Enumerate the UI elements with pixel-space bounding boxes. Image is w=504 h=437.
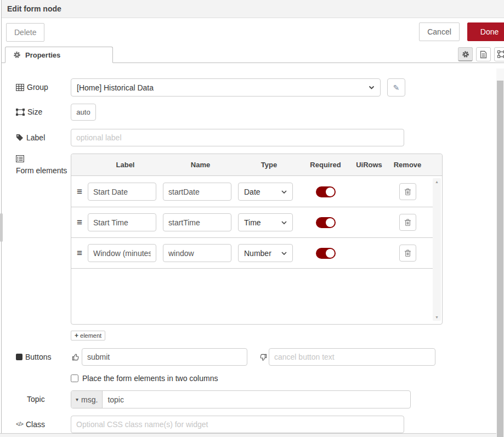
object-group-icon xyxy=(16,109,25,116)
cancel-button-text-input[interactable] xyxy=(269,348,435,366)
filled-square-icon xyxy=(16,354,22,360)
group-select[interactable]: [Home] Historical Data xyxy=(71,78,381,97)
edit-tray: Edit form node Delete Cancel Done Proper… xyxy=(1,0,504,437)
required-toggle[interactable] xyxy=(316,217,336,228)
edit-form-node-dialog: { "dialog": { "title": "Edit form node",… xyxy=(0,0,504,437)
caret-down-icon: ▾ xyxy=(76,396,78,402)
dialog-toolbar: Delete Cancel Done xyxy=(2,18,504,47)
form-elements-table-header: Label Name Type Required UiRows Remove xyxy=(71,154,442,176)
form-elements-row: Form elements Label Name Type Required U… xyxy=(16,154,504,325)
column-header-required: Required xyxy=(300,161,351,169)
buttons-row: Buttons xyxy=(16,348,504,366)
element-label-input[interactable] xyxy=(88,244,156,262)
scroll-up-icon[interactable]: ▲ xyxy=(435,180,439,184)
column-header-remove: Remove xyxy=(387,161,428,169)
form-elements-label: Form elements xyxy=(16,154,71,176)
scrollbar-thumb[interactable] xyxy=(497,81,503,437)
editor-tab-buttons xyxy=(458,47,504,61)
column-header-type: Type xyxy=(238,161,300,169)
element-name-input[interactable] xyxy=(163,213,231,231)
appearance-icon xyxy=(497,50,504,58)
element-type-select[interactable]: Date xyxy=(238,183,293,201)
class-input[interactable] xyxy=(71,416,404,433)
element-label-input[interactable] xyxy=(88,213,156,231)
trash-icon xyxy=(404,249,411,257)
properties-tab-button[interactable] xyxy=(458,47,473,61)
required-toggle[interactable] xyxy=(316,248,336,259)
chevron-down-icon xyxy=(281,190,287,194)
delete-button[interactable]: Delete xyxy=(6,23,44,42)
topic-row: Topic ▾ msg. topic xyxy=(16,390,504,408)
dialog-title: Edit form node xyxy=(7,4,61,13)
remove-element-button[interactable] xyxy=(399,214,416,231)
tag-icon xyxy=(16,134,24,141)
column-header-name: Name xyxy=(163,161,238,169)
form-element-row: ≡ Time xyxy=(71,207,434,238)
chevron-down-icon xyxy=(281,252,287,255)
two-columns-option: Place the form elements in two columns xyxy=(71,374,504,383)
form-elements-list: ≡ Date xyxy=(71,177,434,324)
two-columns-checkbox[interactable] xyxy=(71,374,78,382)
tasks-icon xyxy=(16,396,24,403)
list-icon xyxy=(16,155,24,162)
thumbs-up-icon xyxy=(71,353,81,361)
remove-element-button[interactable] xyxy=(399,183,416,200)
tray-resize-grip[interactable] xyxy=(0,213,3,242)
trash-icon xyxy=(404,188,411,196)
two-columns-label: Place the form elements in two columns xyxy=(82,374,218,383)
cancel-button[interactable]: Cancel xyxy=(419,22,460,41)
group-row: Group [Home] Historical Data ✎ xyxy=(16,78,504,97)
plus-icon: + xyxy=(75,332,78,339)
tab-properties[interactable]: Properties xyxy=(5,47,113,63)
group-field-label: Group xyxy=(16,82,71,93)
bottom-divider xyxy=(0,433,504,437)
table-scrollbar[interactable]: ▲ ▼ xyxy=(433,178,441,321)
pencil-icon: ✎ xyxy=(393,83,400,92)
drag-handle-icon[interactable]: ≡ xyxy=(71,218,88,227)
topic-value[interactable]: topic xyxy=(103,395,124,404)
submit-button-text-input[interactable] xyxy=(82,348,247,366)
size-auto-button[interactable]: auto xyxy=(71,104,96,121)
required-toggle[interactable] xyxy=(316,186,336,197)
msg-type-button[interactable]: ▾ msg. xyxy=(71,391,103,408)
document-icon xyxy=(480,50,487,59)
trash-icon xyxy=(404,219,411,226)
class-row: </> Class xyxy=(16,416,504,433)
element-label-input[interactable] xyxy=(88,183,156,201)
element-type-select[interactable]: Number xyxy=(238,244,293,262)
group-select-value: [Home] Historical Data xyxy=(77,83,154,92)
appearance-tab-button[interactable] xyxy=(494,47,504,61)
column-header-uirows: UiRows xyxy=(351,161,387,169)
label-field-label: Label xyxy=(16,132,71,143)
scroll-down-icon[interactable]: ▼ xyxy=(435,315,439,319)
remove-element-button[interactable] xyxy=(399,245,416,262)
buttons-field-label: Buttons xyxy=(16,351,71,362)
editor-tabbar: Properties xyxy=(2,47,504,63)
size-row: Size auto xyxy=(16,104,504,121)
dialog-header: Edit form node xyxy=(2,0,504,18)
description-tab-button[interactable] xyxy=(476,47,491,61)
tab-properties-label: Properties xyxy=(25,51,60,59)
drag-handle-icon[interactable]: ≡ xyxy=(71,248,88,258)
gear-icon xyxy=(13,51,21,59)
properties-panel: Group [Home] Historical Data ✎ Size au xyxy=(2,64,504,437)
chevron-down-icon xyxy=(281,221,287,224)
add-element-button[interactable]: + element xyxy=(71,331,105,340)
column-header-label: Label xyxy=(88,161,163,169)
topic-typed-input: ▾ msg. topic xyxy=(71,390,411,408)
element-type-select[interactable]: Time xyxy=(238,213,293,231)
class-field-label: </> Class xyxy=(16,419,71,430)
edit-group-button[interactable]: ✎ xyxy=(387,78,405,97)
code-icon: </> xyxy=(16,420,23,429)
form-element-row: ≡ Number xyxy=(71,238,434,269)
form-element-row: ≡ Date xyxy=(71,177,434,207)
element-name-input[interactable] xyxy=(163,244,231,262)
chevron-down-icon xyxy=(369,86,375,89)
done-button[interactable]: Done xyxy=(467,22,504,41)
page-scrollbar[interactable] xyxy=(496,69,504,437)
drag-handle-icon[interactable]: ≡ xyxy=(71,187,88,196)
element-name-input[interactable] xyxy=(163,183,231,201)
label-input[interactable] xyxy=(71,129,404,146)
topic-field-label: Topic xyxy=(16,394,71,405)
msg-prefix-label: msg. xyxy=(81,395,98,404)
